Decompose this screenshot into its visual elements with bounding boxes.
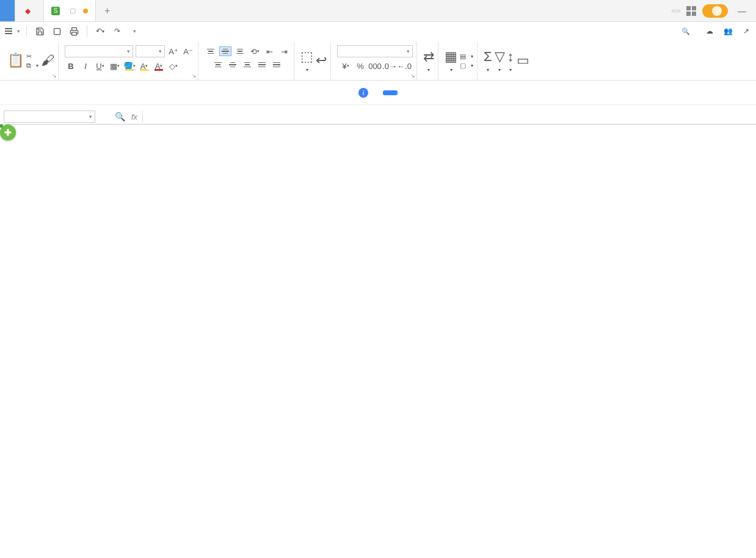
wrap-text-button[interactable]: ↩ xyxy=(316,53,327,69)
filter-button[interactable]: ▽▾ xyxy=(495,49,505,73)
formula-input[interactable] xyxy=(142,111,756,123)
new-tab-button[interactable]: + xyxy=(96,0,118,21)
window-minimize[interactable]: — xyxy=(734,6,750,16)
ribbon-clipboard: 📋 ✂ ⧉▾ 🖌 ↘ xyxy=(4,42,59,80)
decrease-decimal-icon[interactable]: ←.0 xyxy=(398,60,410,72)
plus-icon: ✚ xyxy=(4,128,12,137)
ribbon-number: ▾ ¥▾ % 000 .0→ ←.0 ↘ xyxy=(333,42,417,80)
spreadsheet-icon: S xyxy=(51,7,60,15)
docer-icon: ◆ xyxy=(23,6,32,16)
table-style-button[interactable]: ▤▾ xyxy=(460,53,473,60)
fx-icon[interactable]: fx xyxy=(131,112,137,121)
number-expand-icon[interactable]: ↘ xyxy=(410,73,415,79)
filter-icon: ▽ xyxy=(495,49,505,65)
svg-rect-0 xyxy=(54,28,60,34)
sync-status[interactable]: ☁ xyxy=(706,27,715,35)
ribbon-styles: ▦ ▾ ▤▾ ▢▾ xyxy=(441,42,478,80)
conditional-format-button[interactable]: ▦ ▾ xyxy=(445,49,457,73)
collab-button[interactable]: 👥 xyxy=(724,27,735,35)
align-top-icon[interactable] xyxy=(205,46,217,56)
share-icon: ↗ xyxy=(743,27,749,35)
title-bar: ◆ S ▢ + — xyxy=(0,0,756,22)
increase-font-icon[interactable]: A⁺ xyxy=(167,45,180,57)
tab-second[interactable]: ◆ xyxy=(15,0,44,21)
people-icon: 👥 xyxy=(724,27,733,35)
copy-icon: ⧉ xyxy=(26,62,31,70)
number-format-select[interactable]: ▾ xyxy=(337,45,413,57)
merge-center-button[interactable]: ⬚ ▾ xyxy=(300,49,313,73)
orientation-button[interactable]: ⟲▾ xyxy=(249,45,261,57)
increase-indent-icon[interactable]: ⇥ xyxy=(278,45,290,57)
ribbon-merge: ⬚ ▾ ↩ xyxy=(297,42,331,80)
sort-icon: ↕ xyxy=(507,49,514,65)
cell-style-button[interactable]: ▢▾ xyxy=(460,62,473,70)
italic-button[interactable]: I xyxy=(79,60,92,72)
hamburger-icon[interactable] xyxy=(5,28,12,34)
save-icon[interactable] xyxy=(33,24,46,38)
align-left-icon[interactable] xyxy=(212,60,224,70)
percent-button[interactable]: % xyxy=(354,60,366,72)
highlight-button[interactable]: A▾ xyxy=(138,60,150,72)
currency-button[interactable]: ¥▾ xyxy=(340,60,352,72)
tab-overflow-icon[interactable]: ▢ xyxy=(70,7,76,15)
align-bottom-icon[interactable] xyxy=(234,46,246,56)
border-button[interactable]: ▦▾ xyxy=(109,60,121,72)
print-icon[interactable] xyxy=(67,24,81,38)
tab-home[interactable] xyxy=(0,0,15,21)
fill-button[interactable]: ▭ xyxy=(517,53,529,69)
avatar-icon xyxy=(712,6,722,16)
layout-indicator[interactable] xyxy=(672,10,680,12)
sync-banner-login-button[interactable] xyxy=(383,90,398,95)
sum-button[interactable]: Σ▾ xyxy=(484,49,492,73)
login-pill[interactable] xyxy=(702,4,728,18)
justify-icon[interactable] xyxy=(256,60,268,70)
fill-color-button[interactable]: 🪣▾ xyxy=(123,60,136,72)
distribute-icon[interactable] xyxy=(271,60,283,70)
command-search[interactable]: 🔍 xyxy=(681,27,692,35)
font-expand-icon[interactable]: ↘ xyxy=(192,73,197,79)
format-painter-button[interactable]: 🖌 xyxy=(41,53,54,69)
align-right-icon[interactable] xyxy=(241,60,253,70)
qat-more-icon[interactable]: ▾ xyxy=(128,24,141,38)
increase-decimal-icon[interactable]: .0→ xyxy=(383,60,396,72)
sync-banner: i xyxy=(0,81,756,105)
paste-button[interactable]: 📋 xyxy=(7,53,24,69)
bold-button[interactable]: B xyxy=(65,60,77,72)
comma-button[interactable]: 000 xyxy=(369,60,381,72)
scissors-icon: ✂ xyxy=(26,53,32,60)
print-preview-icon[interactable] xyxy=(50,24,64,38)
formula-bar-area: ▾ 🔍 fx xyxy=(0,105,756,125)
decrease-indent-icon[interactable]: ⇤ xyxy=(263,45,275,57)
align-middle-icon[interactable] xyxy=(219,46,231,56)
tab-document[interactable]: S ▢ xyxy=(44,0,96,21)
name-box[interactable]: ▾ xyxy=(4,111,95,123)
ribbon: 📋 ✂ ⧉▾ 🖌 ↘ ▾ ▾ A⁺ A⁻ B I U▾ ▦▾ 🪣▾ A▾ A▾ xyxy=(0,40,756,81)
cut-button[interactable]: ✂ xyxy=(26,53,38,60)
ribbon-convert: ⇄ ▾ xyxy=(420,42,438,80)
clipboard-expand-icon[interactable]: ↘ xyxy=(52,73,57,79)
brush-icon: 🖌 xyxy=(41,53,54,68)
app-grid-icon[interactable] xyxy=(686,6,696,16)
font-color-button[interactable]: A▾ xyxy=(153,60,165,72)
clear-format-button[interactable]: ◇▾ xyxy=(167,60,180,72)
redo-icon[interactable]: ↷ xyxy=(111,24,124,38)
convert-icon: ⇄ xyxy=(423,49,434,65)
formula-search-icon[interactable]: 🔍 xyxy=(115,112,125,121)
file-menu[interactable]: ▾ xyxy=(16,28,20,34)
ribbon-editing: Σ▾ ▽▾ ↕▾ ▭ xyxy=(480,42,533,80)
sort-button[interactable]: ↕▾ xyxy=(507,49,514,73)
fill-icon: ▭ xyxy=(517,53,529,68)
type-convert-button[interactable]: ⇄ ▾ xyxy=(423,49,434,73)
align-center-icon[interactable] xyxy=(227,60,239,70)
chevron-down-icon[interactable]: ▾ xyxy=(89,114,92,120)
font-size-select[interactable]: ▾ xyxy=(136,45,165,57)
decrease-font-icon[interactable]: A⁻ xyxy=(182,45,194,57)
share-button[interactable]: ↗ xyxy=(743,27,751,35)
search-icon: 🔍 xyxy=(681,27,690,35)
copy-button[interactable]: ⧉▾ xyxy=(26,62,38,70)
underline-button[interactable]: U▾ xyxy=(94,60,106,72)
ribbon-font: ▾ ▾ A⁺ A⁻ B I U▾ ▦▾ 🪣▾ A▾ A▾ ◇▾ ↘ xyxy=(61,42,198,80)
font-name-select[interactable]: ▾ xyxy=(65,45,133,57)
cell-style-icon: ▢ xyxy=(460,62,466,70)
undo-icon[interactable]: ↶▾ xyxy=(93,24,107,38)
